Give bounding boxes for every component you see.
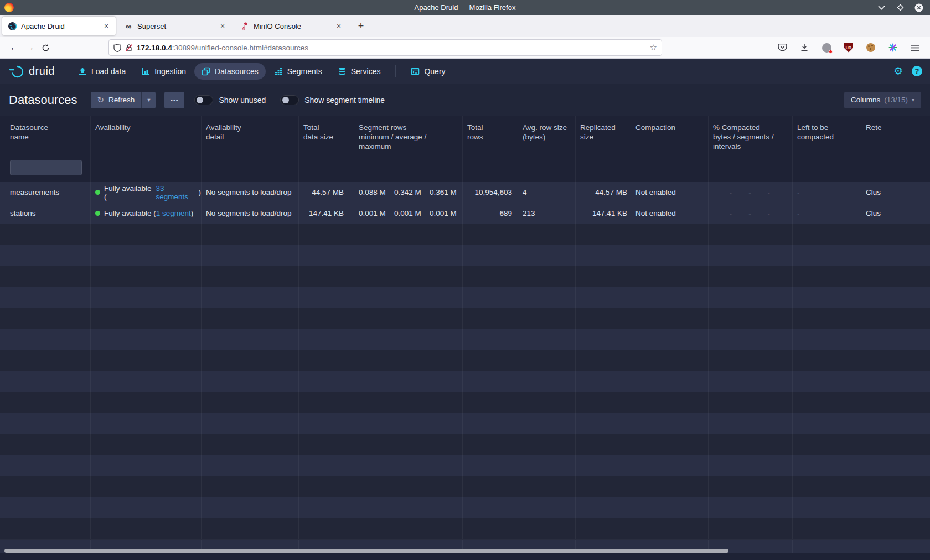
window-maximize-icon[interactable]	[896, 3, 905, 12]
column-header-pct-compacted[interactable]: % Compactedbytes / segments / intervals	[709, 116, 793, 153]
tab-minio-console[interactable]: MinIO Console ×	[235, 17, 348, 35]
refresh-dropdown-button[interactable]: ▼	[141, 92, 156, 108]
tab-title: MinIO Console	[254, 22, 329, 30]
empty-row	[0, 413, 930, 434]
tracking-shield-icon[interactable]	[113, 44, 121, 52]
tab-title: Apache Druid	[21, 22, 97, 30]
column-header-total-data-size[interactable]: Totaldata size	[299, 116, 354, 153]
colorful-extension-icon[interactable]	[886, 40, 900, 55]
empty-row	[0, 434, 930, 455]
extension-icon[interactable]	[819, 40, 834, 55]
column-header-replicated-size[interactable]: Replicatedsize	[576, 116, 631, 153]
empty-row	[0, 308, 930, 329]
total-rows-cell: 689	[463, 203, 518, 224]
tab-close-icon[interactable]: ×	[101, 22, 111, 30]
tab-bar: Apache Druid × ∞ Superset × MinIO Consol…	[0, 15, 930, 37]
column-header-compaction[interactable]: Compaction	[631, 116, 709, 153]
datasource-name-filter-input[interactable]	[10, 160, 82, 175]
empty-row	[0, 518, 930, 540]
table-row-stations: stations Fully available (1 segment) No …	[0, 203, 930, 224]
page-header: Datasources ↻ Refresh ▼ ••• Show unused …	[0, 84, 930, 116]
nav-item-label: Load data	[91, 67, 126, 76]
druid-logo[interactable]: druid	[8, 65, 55, 78]
ublock-origin-icon[interactable]: UO	[841, 40, 856, 55]
horizontal-scrollbar[interactable]	[4, 549, 728, 553]
column-header-total-rows[interactable]: Totalrows	[463, 116, 518, 153]
total-rows-cell: 10,954,603	[463, 182, 518, 203]
column-header-availability[interactable]: Availability	[91, 116, 202, 153]
columns-count: (13/15)	[884, 96, 908, 104]
window-minimize-icon[interactable]	[877, 3, 886, 12]
druid-brand-text: druid	[29, 65, 55, 77]
tab-close-icon[interactable]: ×	[334, 22, 344, 30]
empty-row	[0, 224, 930, 245]
bookmark-star-icon[interactable]: ☆	[650, 43, 657, 53]
compaction-cell: Not enabled	[631, 182, 709, 203]
availability-text: )	[191, 209, 194, 217]
pocket-icon[interactable]	[775, 40, 789, 55]
toggle-knob	[197, 97, 203, 103]
retention-cell: Clus	[861, 203, 930, 224]
settings-gear-icon[interactable]: ⚙	[893, 66, 903, 76]
forward-button[interactable]: →	[22, 40, 38, 55]
availability-cell: Fully available (1 segment)	[91, 203, 202, 224]
nav-item-load-data[interactable]: Load data	[71, 63, 133, 80]
availability-detail-cell: No segments to load/drop	[202, 182, 299, 203]
tab-close-icon[interactable]: ×	[218, 22, 228, 30]
url-text[interactable]: 172.18.0.4:30899/unified-console.html#da…	[137, 44, 646, 52]
nav-item-label: Datasources	[215, 67, 259, 76]
show-unused-toggle[interactable]	[194, 95, 213, 105]
nav-item-datasources[interactable]: Datasources	[194, 63, 266, 80]
nav-item-label: Query	[424, 67, 445, 76]
column-header-retention[interactable]: Rete	[861, 116, 930, 153]
column-header-segment-rows[interactable]: Segment rowsminimum / average / maximum	[354, 116, 463, 153]
page-title: Datasources	[9, 93, 78, 107]
nav-item-query[interactable]: Query	[404, 63, 452, 80]
help-icon[interactable]: ?	[912, 66, 922, 76]
url-bar[interactable]: 172.18.0.4:30899/unified-console.html#da…	[108, 39, 662, 56]
nav-item-segments[interactable]: Segments	[267, 63, 329, 80]
menu-hamburger-icon[interactable]	[908, 40, 922, 55]
table-row-measurements: measurements Fully available (33 segment…	[0, 182, 930, 203]
cookie-extension-icon[interactable]	[864, 40, 878, 55]
column-header-availability-detail[interactable]: Availabilitydetail	[202, 116, 299, 153]
datasource-name-cell: stations	[0, 203, 91, 224]
columns-button[interactable]: Columns (13/15) ▾	[844, 92, 921, 108]
toggle-knob	[282, 97, 289, 103]
more-actions-button[interactable]: •••	[164, 92, 184, 108]
fully-available-dot-icon	[95, 211, 100, 216]
availability-text: )	[199, 188, 202, 196]
ingestion-icon	[141, 67, 150, 76]
reload-button[interactable]	[38, 40, 53, 55]
nav-item-services[interactable]: Services	[330, 63, 388, 80]
availability-text: Fully available (	[104, 209, 156, 217]
empty-row	[0, 266, 930, 287]
columns-label: Columns	[851, 96, 880, 104]
segments-link[interactable]: 1 segment	[156, 209, 191, 217]
column-header-datasource-name[interactable]: Datasourcename	[0, 116, 91, 153]
column-header-left-to-be-compacted[interactable]: Left to becompacted	[793, 116, 861, 153]
segments-link[interactable]: 33 segments	[156, 184, 198, 201]
empty-row	[0, 455, 930, 476]
datasources-icon	[202, 67, 210, 76]
nav-item-label: Segments	[287, 67, 322, 76]
druid-favicon-icon	[8, 22, 17, 30]
minio-favicon-icon	[240, 22, 249, 30]
empty-row	[0, 350, 930, 371]
segment-rows-cell: 0.001 M 0.001 M 0.001 M	[354, 203, 463, 224]
column-header-avg-row-size[interactable]: Avg. row size(bytes)	[518, 116, 576, 153]
show-segment-timeline-toggle[interactable]	[280, 95, 299, 105]
insecure-lock-icon[interactable]	[125, 44, 133, 52]
show-segment-timeline-label: Show segment timeline	[304, 96, 385, 105]
availability-detail-cell: No segments to load/drop	[202, 203, 299, 224]
new-tab-button[interactable]: +	[354, 19, 368, 33]
tab-apache-druid[interactable]: Apache Druid ×	[2, 17, 116, 35]
back-button[interactable]: ←	[7, 40, 22, 55]
window-close-icon[interactable]	[914, 3, 923, 12]
nav-item-ingestion[interactable]: Ingestion	[134, 63, 193, 80]
segments-icon	[274, 67, 283, 76]
tab-superset[interactable]: ∞ Superset ×	[118, 17, 232, 35]
refresh-button[interactable]: ↻ Refresh	[91, 92, 142, 108]
downloads-icon[interactable]	[797, 40, 812, 55]
empty-row	[0, 371, 930, 392]
